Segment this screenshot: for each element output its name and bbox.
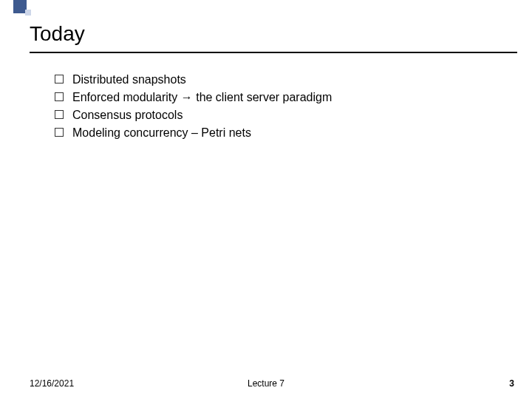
bullet-list: Distributed snapshots Enforced modularit… bbox=[55, 72, 510, 143]
square-bullet-icon bbox=[55, 92, 64, 101]
slide: Today Distributed snapshots Enforced mod… bbox=[0, 0, 532, 399]
square-bullet-icon bbox=[55, 75, 64, 83]
decor-square-small bbox=[25, 10, 31, 16]
square-bullet-icon bbox=[55, 110, 64, 119]
page-title: Today bbox=[30, 22, 85, 46]
footer-page-number: 3 bbox=[509, 378, 514, 389]
decor-squares bbox=[13, 0, 35, 22]
list-item: Distributed snapshots bbox=[55, 72, 510, 87]
list-item: Modeling concurrency – Petri nets bbox=[55, 126, 510, 140]
list-item-text: Enforced modularity → the client server … bbox=[72, 90, 332, 105]
list-item: Consensus protocols bbox=[55, 108, 510, 123]
list-item-text: Modeling concurrency – Petri nets bbox=[72, 126, 251, 140]
square-bullet-icon bbox=[55, 128, 64, 137]
footer-lecture: Lecture 7 bbox=[0, 378, 532, 389]
list-item: Enforced modularity → the client server … bbox=[55, 90, 510, 105]
title-rule bbox=[30, 52, 517, 53]
list-item-text: Consensus protocols bbox=[72, 108, 183, 123]
list-item-text: Distributed snapshots bbox=[72, 72, 186, 87]
